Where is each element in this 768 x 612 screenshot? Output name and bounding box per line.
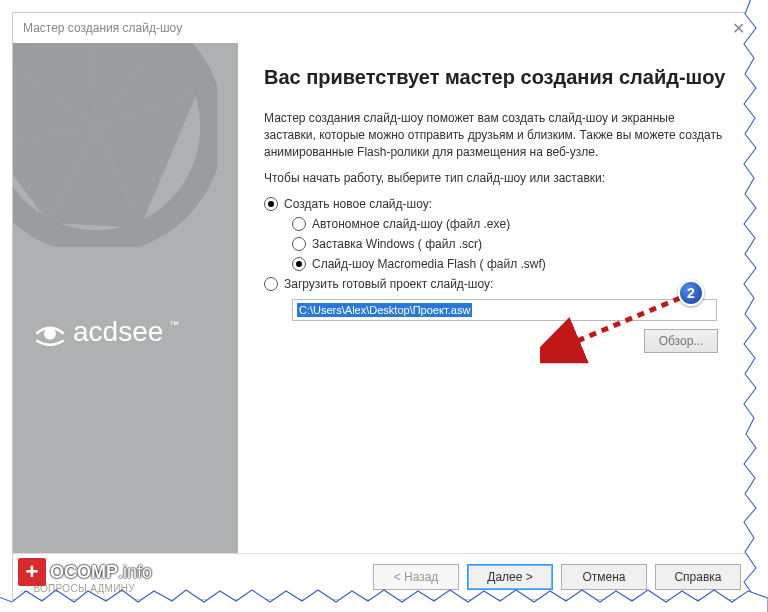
plus-icon: + bbox=[18, 558, 46, 586]
back-button: < Назад bbox=[373, 564, 459, 590]
path-value: C:\Users\Alex\Desktop\Проект.asw bbox=[297, 303, 472, 317]
radio-load-project[interactable]: Загрузить готовый проект слайд-шоу: bbox=[264, 277, 729, 291]
radio-icon bbox=[264, 197, 278, 211]
eye-icon bbox=[33, 315, 67, 349]
svg-point-1 bbox=[44, 328, 56, 340]
radio-label: Слайд-шоу Macromedia Flash ( файл .swf) bbox=[312, 257, 546, 271]
intro-paragraph-2: Чтобы начать работу, выберите тип слайд-… bbox=[264, 170, 729, 187]
close-icon[interactable]: ✕ bbox=[732, 19, 745, 38]
window-body: acdsee ™ Вас приветствует мастер создани… bbox=[13, 43, 755, 553]
window-title: Мастер создания слайд-шоу bbox=[23, 21, 182, 35]
radio-label: Заставка Windows ( файл .scr) bbox=[312, 237, 482, 251]
content-panel: Вас приветствует мастер создания слайд-ш… bbox=[238, 43, 755, 553]
radio-scr[interactable]: Заставка Windows ( файл .scr) bbox=[292, 237, 729, 251]
radio-icon bbox=[292, 237, 306, 251]
intro-paragraph-1: Мастер создания слайд-шоу поможет вам со… bbox=[264, 110, 729, 160]
page-title: Вас приветствует мастер создания слайд-ш… bbox=[264, 65, 729, 90]
radio-label: Загрузить готовый проект слайд-шоу: bbox=[284, 277, 493, 291]
radio-exe[interactable]: Автономное слайд-шоу (файл .exe) bbox=[292, 217, 729, 231]
radio-label: Создать новое слайд-шоу: bbox=[284, 197, 432, 211]
next-button[interactable]: Далее > bbox=[467, 564, 553, 590]
ocomp-logo: + OCOMP.info bbox=[18, 558, 152, 586]
radio-create-new[interactable]: Создать новое слайд-шоу: bbox=[264, 197, 729, 211]
annotation-badge: 2 bbox=[678, 280, 704, 306]
brand-logo: acdsee ™ bbox=[33, 315, 223, 349]
wizard-window: Мастер создания слайд-шоу ✕ bbox=[12, 12, 756, 600]
radio-icon bbox=[292, 217, 306, 231]
radio-label: Автономное слайд-шоу (файл .exe) bbox=[312, 217, 510, 231]
help-button[interactable]: Справка bbox=[655, 564, 741, 590]
browse-button[interactable]: Обзор... bbox=[644, 329, 718, 353]
ocomp-text: OCOMP.info bbox=[50, 562, 152, 583]
radio-swf[interactable]: Слайд-шоу Macromedia Flash ( файл .swf) bbox=[292, 257, 729, 271]
brand-text: acdsee bbox=[73, 316, 163, 348]
radio-icon bbox=[264, 277, 278, 291]
sidebar: acdsee ™ bbox=[13, 43, 238, 553]
titlebar: Мастер создания слайд-шоу ✕ bbox=[13, 13, 755, 43]
cancel-button[interactable]: Отмена bbox=[561, 564, 647, 590]
aperture-icon bbox=[13, 43, 217, 247]
trademark-icon: ™ bbox=[169, 319, 179, 330]
radio-icon bbox=[292, 257, 306, 271]
project-path-input[interactable]: C:\Users\Alex\Desktop\Проект.asw bbox=[292, 299, 717, 321]
